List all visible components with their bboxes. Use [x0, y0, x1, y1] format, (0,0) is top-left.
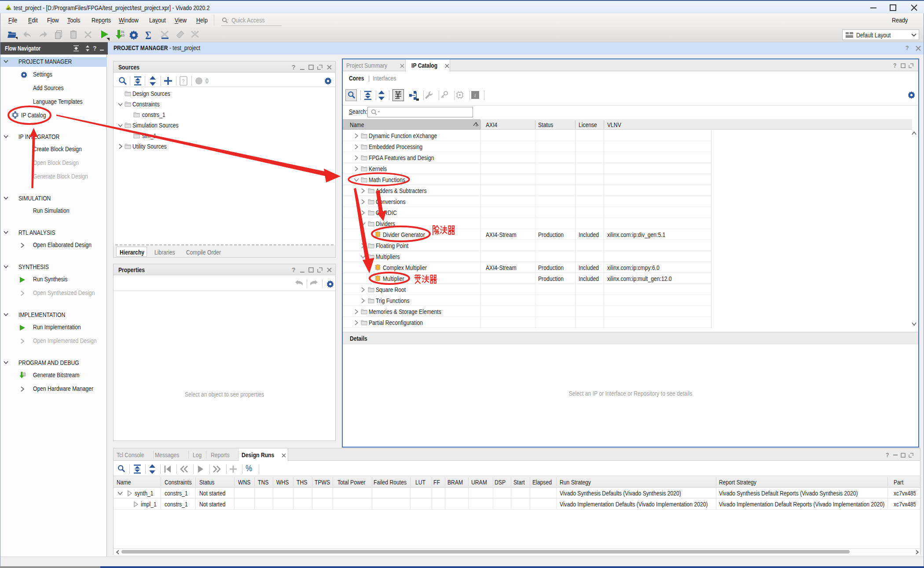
svg-text:?: ? — [93, 45, 97, 51]
svg-text:?: ? — [292, 266, 296, 273]
svg-text:10: 10 — [23, 375, 26, 377]
svg-text:10: 10 — [121, 34, 125, 37]
svg-text:i: i — [474, 92, 476, 98]
svg-text:01: 01 — [23, 372, 26, 375]
svg-text:01: 01 — [121, 30, 125, 33]
svg-text:?: ? — [182, 78, 185, 84]
svg-text:?: ? — [292, 64, 296, 70]
